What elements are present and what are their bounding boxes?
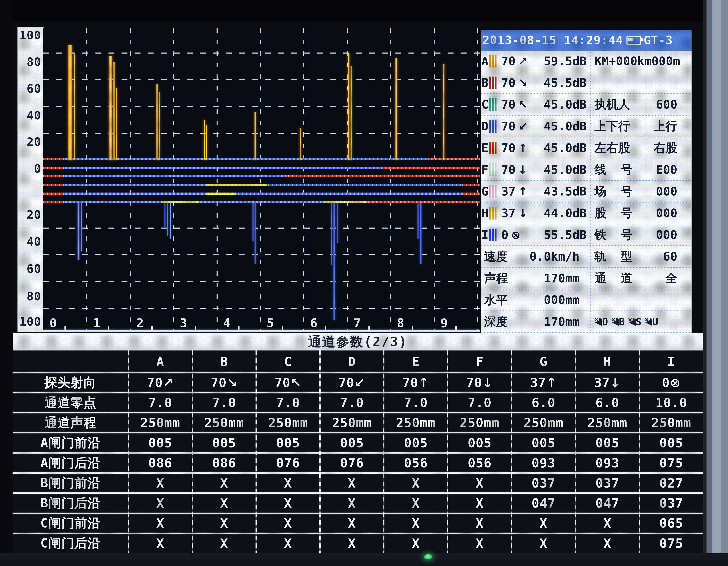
plot-vgridline: [130, 28, 131, 332]
table-cell: 70↘: [192, 373, 256, 393]
table-row-label: A闸门前沿: [13, 433, 128, 453]
table-cell: X: [192, 533, 256, 553]
x-tick-label: 2: [136, 316, 144, 330]
rail-flaw-detector-screen: 10080604020020406080100 0123456789 2013-…: [0, 0, 728, 566]
x-minor-tick: [412, 326, 413, 330]
field-value: 上行: [654, 118, 677, 134]
probe-direction-icon: ↑: [518, 185, 528, 198]
y-tick-label: 40: [27, 109, 41, 122]
field-label: 铁 号: [591, 227, 632, 243]
table-cell: X: [128, 473, 192, 493]
table-cell: 250mm: [639, 413, 703, 433]
channel-gain: 55.5dB: [544, 228, 587, 242]
info-label: 速度: [481, 248, 508, 264]
status-row-right: 左右股右股: [590, 137, 692, 158]
echo-spike-up: [348, 53, 349, 160]
status-row-right: 线 号E00: [590, 159, 692, 180]
datetime-text: 2013-08-15 14:29:44: [481, 34, 623, 47]
gate-segment: [428, 158, 480, 160]
table-cell: 7.0: [192, 393, 256, 413]
field-value: 全: [665, 270, 677, 286]
muted-speaker-unit: ◀×O: [595, 316, 608, 328]
field-label: 左右股: [591, 140, 630, 156]
channel-color-swatch: [489, 185, 496, 198]
channel-angle: 0: [501, 228, 508, 242]
status-row-right: KM+000km000m: [590, 51, 692, 71]
echo-spike-up: [116, 88, 117, 160]
gate-segment: [64, 167, 381, 169]
table-cell: 7.0: [128, 393, 192, 413]
table-cell: 6.0: [575, 393, 639, 413]
gate-segment: [43, 175, 64, 177]
gate-segment: [267, 184, 462, 186]
status-row-left: I0⊗55.5dB: [481, 224, 590, 245]
table-cell: 086: [192, 453, 256, 473]
gate-segment: [286, 175, 480, 177]
echo-spike-down: [420, 203, 422, 264]
gate-segment: [43, 192, 64, 194]
gate-segment: [236, 192, 462, 194]
table-cell: X: [448, 473, 512, 493]
status-row: C70↖45.0dB执机人600: [481, 94, 692, 116]
echo-spike-up: [351, 66, 352, 160]
channel-color-swatch: [489, 228, 496, 241]
table-cell: 047: [512, 493, 575, 513]
gate-segment: [323, 201, 367, 203]
device-model: GT-3: [644, 34, 673, 47]
x-tick-label: 9: [440, 316, 448, 330]
probe-direction-icon: ↑: [546, 375, 557, 390]
gate-line: [43, 192, 480, 194]
table-cell: X: [384, 493, 448, 513]
info-value: 0.0km/h: [530, 249, 579, 263]
status-row: H37↓44.0dB股 号000: [481, 202, 692, 224]
table-row-label: A闸门后沿: [13, 453, 128, 473]
table-cell: X: [320, 493, 384, 513]
lcd-screen: 10080604020020406080100 0123456789 2013-…: [13, 22, 703, 553]
y-tick-label: 60: [27, 262, 41, 276]
table-cell: X: [448, 513, 512, 533]
probe-direction-icon: ↖: [290, 375, 301, 390]
x-tick-label: 1: [93, 316, 100, 330]
table-cell: 70↗: [128, 373, 192, 393]
bezel-top: [0, 0, 728, 22]
table-header-cell: H: [575, 351, 639, 373]
speaker-channel-label: U: [652, 316, 658, 328]
datetime-bar: 2013-08-15 14:29:44GT-3: [481, 30, 692, 51]
echo-spike-up: [113, 62, 115, 160]
channel-angle: 37: [501, 184, 515, 198]
table-cell: 250mm: [512, 413, 575, 433]
table-cell: X: [512, 513, 575, 533]
field-label: 场 号: [591, 183, 632, 199]
table-header-cell: B: [192, 351, 256, 373]
table-cell: X: [575, 533, 639, 553]
table-cell: 086: [128, 453, 192, 473]
channel-color-swatch: [489, 120, 496, 133]
table-cell: X: [256, 513, 320, 533]
muted-speaker-unit: ◀×U: [645, 316, 658, 328]
table-row-label: 通道零点: [13, 393, 128, 413]
channel-parameters-table: ABCDEFGHI探头射向70↗70↘70↖70↙70↑70↓37↑37↓0⊗通…: [13, 351, 703, 553]
x-tick-label: 6: [310, 316, 318, 330]
status-row-right: [590, 290, 692, 311]
status-row: 水平000mm: [481, 290, 692, 311]
table-cell: X: [448, 533, 512, 553]
speaker-icons-row: ◀×O◀×B◀×S◀×U: [591, 316, 658, 328]
table-header-cell: G: [512, 351, 575, 373]
table-title: 通道参数(2/3): [308, 333, 408, 351]
status-row-right: 场 号000: [590, 181, 692, 202]
field-value: 000: [656, 228, 677, 242]
table-cell: X: [256, 473, 320, 493]
field-value: 000: [656, 206, 677, 220]
table-header-cell: C: [256, 351, 320, 373]
status-row-left: 水平000mm: [481, 290, 590, 311]
status-row: F70↓45.0dB线 号E00: [481, 159, 692, 181]
table-cell: 6.0: [512, 393, 575, 413]
table-cell: 037: [639, 493, 703, 513]
table-cell: 037: [512, 473, 575, 493]
table-cell: 005: [192, 433, 256, 453]
x-minor-tick: [238, 326, 240, 330]
y-tick-label: 100: [19, 315, 41, 329]
probe-direction-icon: ↖: [518, 98, 528, 111]
status-row: G37↑43.5dB场 号000: [481, 181, 692, 202]
plot-vgridline: [390, 28, 391, 332]
